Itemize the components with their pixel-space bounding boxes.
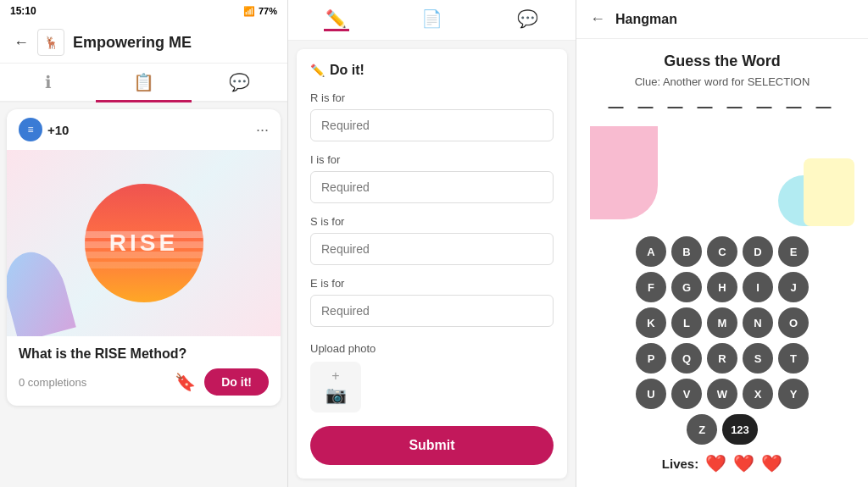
key-row-1: A B C D E: [590, 236, 854, 267]
nav-underline: [324, 29, 349, 31]
key-l[interactable]: L: [671, 307, 702, 338]
tab-bar: ℹ 📋 💬: [0, 64, 287, 102]
key-g[interactable]: G: [671, 272, 702, 302]
field-r: R is for: [310, 91, 554, 153]
key-row-6: Z 123: [590, 414, 854, 445]
app-title: Empowering ME: [73, 34, 192, 52]
back-button[interactable]: ←: [14, 34, 29, 52]
rise-text: RISE: [109, 230, 178, 257]
key-w[interactable]: W: [707, 379, 737, 409]
status-icons: 📶 77%: [243, 6, 277, 17]
card-footer: What is the RISE Method? 0 completions 🔖…: [7, 336, 281, 406]
heart-1: ❤️: [705, 453, 726, 473]
key-a[interactable]: A: [636, 236, 666, 267]
tab-card[interactable]: 📋: [96, 64, 192, 101]
badge-text: +10: [47, 123, 69, 137]
keyboard: A B C D E F G H I J K L M N O P: [590, 236, 854, 445]
sun-circle: RISE: [85, 184, 203, 302]
stripe-4: [85, 262, 203, 268]
upload-section: Upload photo + 📷: [310, 342, 554, 412]
key-y[interactable]: Y: [778, 379, 809, 409]
lives-row: Lives: ❤️ ❤️ ❤️: [662, 453, 782, 473]
tab-chat[interactable]: 💬: [192, 64, 287, 101]
battery-text: 77%: [259, 6, 277, 16]
key-n[interactable]: N: [743, 307, 773, 338]
label-s: S is for: [310, 215, 554, 228]
do-it-button[interactable]: Do it!: [204, 368, 269, 396]
card-icon: 📋: [133, 72, 154, 92]
submit-button[interactable]: Submit: [310, 426, 554, 465]
card-meta: 0 completions 🔖 Do it!: [19, 368, 269, 396]
clue-text: Clue: Another word for SELECTION: [635, 75, 810, 88]
rise-card: ≡ +10 ··· RISE What is the: [7, 109, 281, 406]
key-row-4: P Q R S T: [590, 343, 854, 374]
key-row-2: F G H I J: [590, 272, 854, 302]
flower-decoration: [7, 246, 76, 336]
key-u[interactable]: U: [636, 379, 666, 409]
upload-button[interactable]: + 📷: [310, 362, 361, 412]
key-p[interactable]: P: [636, 343, 666, 374]
panel-hangman: ← Hangman Guess the Word Clue: Another w…: [576, 0, 868, 487]
label-r: R is for: [310, 91, 554, 104]
action-row: 🔖 Do it!: [175, 368, 269, 396]
word-blanks: — — — — — — — —: [608, 98, 836, 116]
guess-word-title: Guess the Word: [664, 53, 781, 70]
document-nav-icon[interactable]: 📄: [404, 8, 459, 31]
label-i: I is for: [310, 153, 554, 166]
panel-empowering-me: 15:10 📶 77% ← 🦌 Empowering ME ℹ 📋 💬 ≡: [0, 0, 288, 487]
card-header: ≡ +10 ···: [7, 109, 281, 150]
input-i[interactable]: [310, 171, 554, 203]
card-image: RISE: [7, 150, 281, 336]
key-c[interactable]: C: [707, 236, 737, 267]
key-k[interactable]: K: [636, 307, 666, 338]
pencil-nav-icon[interactable]: ✏️: [309, 8, 364, 29]
key-b[interactable]: B: [671, 236, 702, 267]
app-logo: 🦌: [37, 29, 64, 56]
content-area: ≡ +10 ··· RISE What is the: [0, 102, 287, 487]
hangman-body: Guess the Word Clue: Another word for SE…: [576, 39, 868, 487]
tab-info[interactable]: ℹ: [0, 64, 96, 101]
label-e: E is for: [310, 277, 554, 290]
input-e[interactable]: [310, 295, 554, 327]
hangman-back-button[interactable]: ←: [590, 10, 605, 28]
chat-nav-icon[interactable]: 💬: [500, 8, 555, 31]
key-x[interactable]: X: [743, 379, 773, 409]
panel2-top-nav: ✏️ 📄 💬: [288, 0, 576, 41]
hangman-header: ← Hangman: [576, 0, 868, 39]
field-e: E is for: [310, 277, 554, 339]
key-o[interactable]: O: [778, 307, 809, 338]
status-bar: 15:10 📶 77%: [0, 0, 287, 22]
hangman-title: Hangman: [615, 12, 677, 27]
key-h[interactable]: H: [707, 272, 737, 302]
form-title: ✏️ Do it!: [310, 63, 554, 78]
key-f[interactable]: F: [636, 272, 666, 302]
key-v[interactable]: V: [671, 379, 702, 409]
key-z[interactable]: Z: [687, 414, 717, 445]
key-s[interactable]: S: [743, 343, 773, 374]
key-123[interactable]: 123: [722, 414, 758, 445]
key-r[interactable]: R: [707, 343, 737, 374]
nav-pencil-container: ✏️: [309, 8, 364, 31]
key-j[interactable]: J: [778, 272, 809, 302]
badge-row: ≡ +10: [19, 118, 69, 141]
key-q[interactable]: Q: [671, 343, 702, 374]
key-m[interactable]: M: [707, 307, 737, 338]
app-header: ← 🦌 Empowering ME: [0, 22, 287, 64]
input-s[interactable]: [310, 233, 554, 265]
hangman-visual: [590, 126, 854, 226]
bookmark-button[interactable]: 🔖: [175, 372, 196, 392]
status-time: 15:10: [10, 5, 36, 17]
key-i[interactable]: I: [743, 272, 773, 302]
signal-icon: 📶: [243, 6, 255, 17]
more-options-button[interactable]: ···: [256, 121, 269, 139]
logo-icon: 🦌: [44, 36, 58, 49]
camera-icon: 📷: [326, 385, 347, 405]
key-row-5: U V W X Y: [590, 379, 854, 409]
form-pencil-icon: ✏️: [310, 64, 325, 77]
key-d[interactable]: D: [743, 236, 773, 267]
key-t[interactable]: T: [778, 343, 809, 374]
panel-do-it: ✏️ 📄 💬 ✏️ Do it! R is for I is for S is …: [288, 0, 576, 487]
input-r[interactable]: [310, 109, 554, 141]
key-e[interactable]: E: [778, 236, 809, 267]
upload-plus-icon: +: [331, 369, 339, 383]
